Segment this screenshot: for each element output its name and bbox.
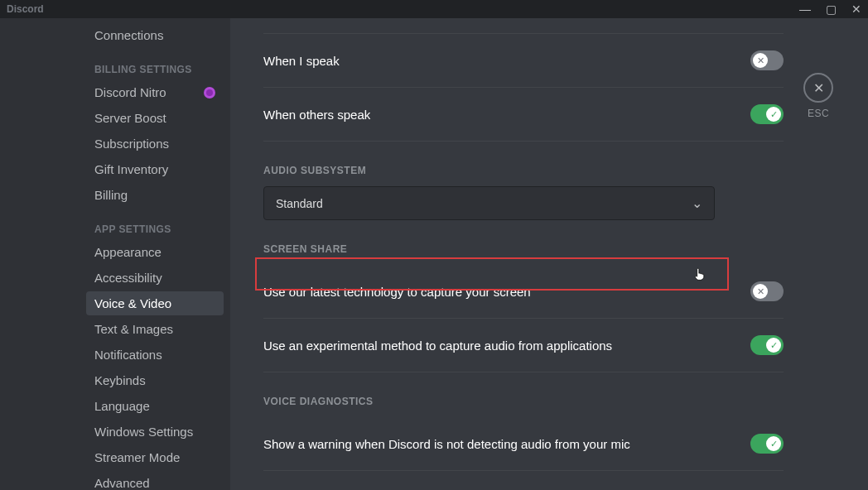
window-close-icon[interactable]: ✕ xyxy=(851,3,861,15)
setting-when-i-speak: When I speak ✕ xyxy=(263,34,784,88)
settings-content: When I speak ✕ When others speak ✓ AUDIO… xyxy=(230,18,868,490)
sidebar-item-appearance[interactable]: Appearance xyxy=(86,240,224,264)
close-settings-area: ✕ ESC xyxy=(803,73,833,119)
setting-label: Use our latest technology to capture you… xyxy=(263,285,750,299)
toggle-mic-warning[interactable]: ✓ xyxy=(750,434,784,454)
setting-label: When I speak xyxy=(263,54,750,68)
sidebar-item-keybinds[interactable]: Keybinds xyxy=(86,368,224,392)
window-titlebar: Discord — ▢ ✕ xyxy=(0,0,868,18)
setting-experimental-audio-capture: Use an experimental method to capture au… xyxy=(263,319,784,372)
sidebar-item-label: Discord Nitro xyxy=(94,85,166,99)
dropdown-audio-subsystem[interactable]: Standard ⌄ xyxy=(263,186,715,220)
setting-mic-warning: Show a warning when Discord is not detec… xyxy=(263,417,784,471)
section-title-screen-share: SCREEN SHARE xyxy=(263,220,784,265)
sidebar-header-billing: BILLING SETTINGS xyxy=(86,49,224,80)
sidebar-header-app: APP SETTINGS xyxy=(86,209,224,240)
toggle-when-i-speak[interactable]: ✕ xyxy=(750,50,784,70)
window-minimize-icon[interactable]: — xyxy=(799,3,811,15)
sidebar-item-windows-settings[interactable]: Windows Settings xyxy=(86,420,224,444)
sidebar-item-billing[interactable]: Billing xyxy=(86,183,224,207)
sidebar-item-accessibility[interactable]: Accessibility xyxy=(86,266,224,290)
setting-label: Use an experimental method to capture au… xyxy=(263,339,750,353)
sidebar-item-server-boost[interactable]: Server Boost xyxy=(86,106,224,130)
setting-when-others-speak: When others speak ✓ xyxy=(263,88,784,142)
setting-latest-capture-tech: Use our latest technology to capture you… xyxy=(263,265,784,319)
app-brand: Discord xyxy=(7,3,44,15)
toggle-when-others-speak[interactable]: ✓ xyxy=(750,104,784,124)
sidebar-item-streamer-mode[interactable]: Streamer Mode xyxy=(86,445,224,469)
close-icon: ✕ xyxy=(813,80,824,96)
nitro-badge-icon xyxy=(204,87,215,98)
sidebar-item-advanced[interactable]: Advanced xyxy=(86,471,224,490)
close-label: ESC xyxy=(808,108,829,119)
sidebar-item-notifications[interactable]: Notifications xyxy=(86,343,224,367)
sidebar-item-discord-nitro[interactable]: Discord Nitro xyxy=(86,80,224,104)
toggle-experimental-audio-capture[interactable]: ✓ xyxy=(750,335,784,355)
toggle-latest-capture-tech[interactable]: ✕ xyxy=(750,281,784,301)
section-title-debugging: DEBUGGING xyxy=(263,471,784,490)
setting-label: When others speak xyxy=(263,108,750,122)
dropdown-value: Standard xyxy=(276,197,323,210)
close-settings-button[interactable]: ✕ xyxy=(803,73,833,103)
sidebar-item-language[interactable]: Language xyxy=(86,394,224,418)
window-maximize-icon[interactable]: ▢ xyxy=(826,3,837,15)
sidebar-item-subscriptions[interactable]: Subscriptions xyxy=(86,132,224,156)
setting-label: Show a warning when Discord is not detec… xyxy=(263,437,750,451)
section-title-voice-diagnostics: VOICE DIAGNOSTICS xyxy=(263,372,784,417)
sidebar-item-voice-video[interactable]: Voice & Video xyxy=(86,291,224,315)
sidebar-item-gift-inventory[interactable]: Gift Inventory xyxy=(86,157,224,181)
section-title-audio-subsystem: AUDIO SUBSYSTEM xyxy=(263,142,784,186)
chevron-down-icon: ⌄ xyxy=(692,195,702,211)
window-buttons: — ▢ ✕ xyxy=(799,3,861,15)
sidebar-item-connections[interactable]: Connections xyxy=(86,23,224,47)
sidebar-item-text-images[interactable]: Text & Images xyxy=(86,317,224,341)
settings-sidebar: Connections BILLING SETTINGS Discord Nit… xyxy=(0,18,230,490)
